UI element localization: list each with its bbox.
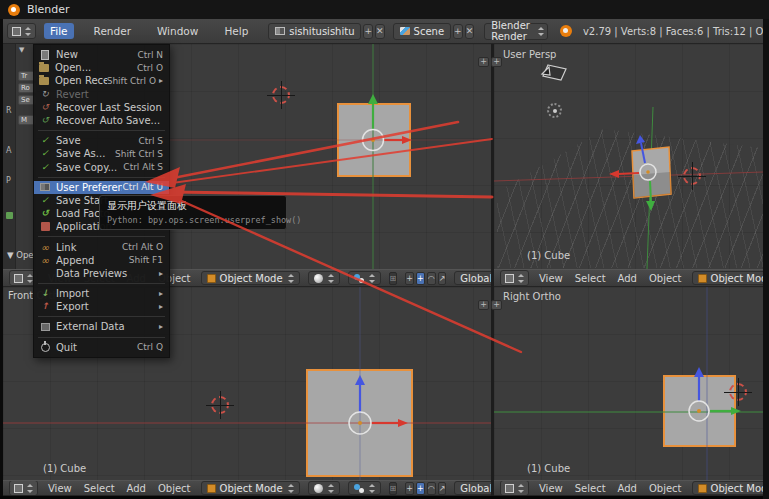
chevron-updown-icon [517,484,524,493]
editor-type-button[interactable] [7,23,36,39]
open-panel-plus-button[interactable]: + [491,57,502,67]
menu-item-user-preferences[interactable]: User Preferences...Ctrl Alt U [34,181,169,194]
menu-item-open-recent[interactable]: Open Recent...Shift Ctrl O▸ [34,74,169,87]
mode-select[interactable]: Object Mode [692,481,763,495]
mode-select[interactable]: Object Mode [201,481,300,495]
select-menu[interactable]: Select [575,483,606,494]
object-label: (1) Cube [43,463,86,474]
title-bar: Blender [0,0,769,19]
operator-panel-label[interactable]: ▼ Ope [7,250,34,260]
shading-solid-icon [314,274,323,283]
cube-object[interactable] [306,369,413,477]
menu-help[interactable]: Help [218,23,254,39]
editor-type-button[interactable] [500,480,529,496]
menu-item-save-as[interactable]: ✓Save As...Shift Ctrl S [34,147,169,160]
open-panel-plus-button[interactable]: + [478,300,489,310]
menu-item-link[interactable]: ∞LinkCtrl Alt O [34,240,169,253]
load-factory-icon: ↺ [39,208,51,219]
mode-select[interactable]: Object Mode [692,271,763,285]
3dview-editor-icon [14,274,23,283]
menu-separator [38,283,165,284]
3dview-editor-icon [14,484,23,493]
add-layout-button[interactable]: + [363,24,373,39]
open-panel-plus-button[interactable]: + [491,300,502,310]
add-scene-button[interactable]: + [453,24,463,39]
submenu-arrow-icon: ▸ [159,269,163,278]
translate-manipulator-button[interactable]: + [416,272,425,285]
scale-manipulator-button[interactable]: ↗ [438,272,447,285]
chevron-updown-icon [287,274,294,283]
menu-file[interactable]: File [44,23,74,39]
screen-layout-select[interactable]: sishitusishitu [268,23,361,40]
manipulator-toggle[interactable]: + [405,272,414,285]
pivot-icon [354,484,364,493]
menu-item-external-data[interactable]: External Data▸ [34,320,169,333]
menu-item-export[interactable]: ↑Export▸ [34,300,169,313]
snap-toggle[interactable]: ⊞ [389,482,398,495]
shelf-tab-letter: A [6,146,11,155]
menu-separator [38,177,165,178]
menu-render[interactable]: Render [88,23,137,39]
cube-object[interactable] [663,375,736,447]
add-menu[interactable]: Add [618,483,637,494]
view-menu[interactable]: View [539,273,563,284]
add-menu[interactable]: Add [618,273,637,284]
chevron-updown-icon [287,484,294,493]
mode-select[interactable]: Object Mode [201,271,300,285]
tooltip-title: 显示用户设置面板 [107,199,279,213]
view-menu[interactable]: View [539,483,563,494]
menu-item-data-previews[interactable]: Data Previews▸ [34,267,169,280]
view-menu[interactable]: View [48,483,72,494]
tool-shelf[interactable]: R A P ▼ Tr Ro Se M ▼ Ope [3,44,36,269]
tool-shelf-tabs[interactable]: R A P [3,44,16,269]
pivot-select[interactable] [348,271,381,285]
open-panel-plus-button[interactable]: + [478,57,489,67]
object-menu[interactable]: Object [649,273,682,284]
menu-window[interactable]: Window [151,23,204,39]
select-menu[interactable]: Select [575,273,606,284]
camera-icon[interactable] [540,58,570,86]
rotate-manipulator-button[interactable]: ◠ [427,482,436,495]
menu-item-open[interactable]: Open...Ctrl O [34,61,169,74]
menu-item-import[interactable]: ↓Import▸ [34,287,169,300]
translate-manipulator-button[interactable]: + [416,482,425,495]
viewport-top-right[interactable] [494,44,763,269]
object-menu[interactable]: Object [158,483,191,494]
select-menu[interactable]: Select [84,483,115,494]
object-menu[interactable]: Object [649,483,682,494]
delete-layout-button[interactable]: ✕ [375,24,385,39]
viewport-shading-select[interactable] [308,271,340,285]
scene-select[interactable]: Scene [393,23,452,40]
scale-manipulator-button[interactable]: ↗ [438,482,447,495]
rotate-manipulator-button[interactable]: ◠ [427,272,436,285]
menu-item-revert[interactable]: ↻Revert [34,88,169,101]
lamp-icon[interactable] [547,103,562,118]
manipulator-toggle[interactable]: + [405,482,414,495]
cube-object[interactable] [337,103,411,177]
blender-logo-icon [560,25,572,37]
menu-item-save[interactable]: ✓SaveCtrl S [34,134,169,147]
menu-item-save-copy[interactable]: ✓Save Copy...Ctrl Alt S [34,161,169,174]
submenu-arrow-icon: ▸ [159,302,163,311]
menu-item-quit[interactable]: QuitCtrl Q [34,341,169,354]
menu-item-new[interactable]: NewCtrl N [34,48,169,61]
snap-toggle[interactable]: ⊞ [389,272,398,285]
orientation-select[interactable]: Global [454,271,491,285]
viewport-shading-select[interactable] [308,481,340,495]
menu-item-recover-auto-save[interactable]: ↺Recover Auto Save... [34,114,169,127]
app-template-icon [41,222,50,231]
scene-icon [400,27,410,35]
delete-scene-button[interactable]: ✕ [465,24,475,39]
3d-cursor [729,383,747,401]
render-engine-select[interactable]: Blender Render [484,23,548,40]
menu-item-append[interactable]: ∞AppendShift F1 [34,254,169,267]
panel-collapse-icon[interactable]: ▼ [19,46,24,54]
menu-item-recover-last-session[interactable]: ↺Recover Last Session [34,101,169,114]
editor-type-button[interactable] [9,480,38,496]
view-label: User Persp [503,49,556,60]
pivot-select[interactable] [348,481,381,495]
add-menu[interactable]: Add [127,483,146,494]
recover-autosave-icon: ↺ [39,115,51,126]
editor-type-button[interactable] [500,270,529,286]
orientation-select[interactable]: Global [454,481,491,495]
